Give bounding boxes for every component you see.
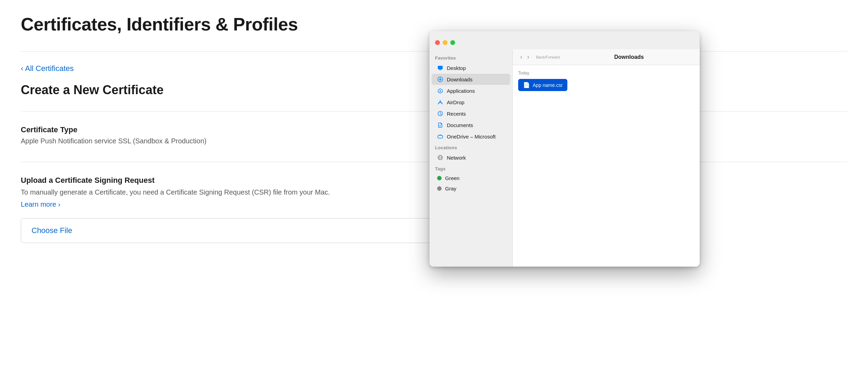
sidebar-item-network[interactable]: Network — [432, 152, 510, 163]
documents-icon — [437, 122, 443, 128]
locations-label: Locations — [429, 142, 512, 152]
tags-label: Tags — [429, 163, 512, 173]
file-icon: 📄 — [523, 82, 530, 88]
sidebar-recents-label: Recents — [447, 111, 466, 117]
svg-rect-1 — [439, 70, 441, 70]
sidebar-network-label: Network — [447, 155, 466, 161]
finder-sidebar: Favorites Desktop — [429, 49, 513, 267]
sidebar-item-recents[interactable]: Recents — [432, 108, 510, 119]
file-name: App name.csr — [533, 82, 563, 88]
back-forward-label: Back/Forward — [536, 55, 560, 59]
tag-item-gray[interactable]: Gray — [432, 184, 510, 194]
svg-point-6 — [440, 100, 441, 102]
sidebar-item-onedrive[interactable]: OneDrive – Microsoft — [432, 131, 510, 142]
minimize-button[interactable] — [443, 40, 448, 45]
sidebar-item-desktop[interactable]: Desktop — [432, 62, 510, 73]
learn-more-link[interactable]: Learn more › — [21, 200, 61, 208]
finder-body: Favorites Desktop — [429, 49, 700, 267]
svg-point-5 — [440, 90, 441, 92]
finder-titlebar — [429, 31, 700, 49]
finder-toolbar: ‹ › Back/Forward Downloads — [513, 49, 700, 65]
sidebar-applications-label: Applications — [447, 88, 475, 94]
sidebar-item-airdrop[interactable]: AirDrop — [432, 97, 510, 108]
svg-rect-0 — [438, 66, 443, 69]
sidebar-desktop-label: Desktop — [447, 65, 466, 71]
gray-tag-dot — [437, 186, 442, 191]
tag-item-green[interactable]: Green — [432, 173, 510, 183]
maximize-button[interactable] — [450, 40, 455, 45]
sidebar-item-downloads[interactable]: Downloads — [432, 74, 510, 85]
tag-gray-label: Gray — [445, 186, 457, 191]
choose-file-button[interactable]: Choose File — [21, 218, 450, 243]
favorites-label: Favorites — [429, 53, 512, 62]
svg-rect-10 — [438, 135, 443, 138]
sidebar-documents-label: Documents — [447, 122, 473, 128]
onedrive-icon — [437, 133, 443, 140]
applications-icon — [437, 88, 443, 94]
network-icon — [437, 154, 443, 161]
today-label: Today — [518, 71, 694, 75]
airdrop-icon — [437, 99, 443, 105]
sidebar-onedrive-label: OneDrive – Microsoft — [447, 134, 496, 140]
window-controls — [435, 40, 455, 45]
back-button[interactable]: ‹ — [518, 53, 524, 61]
finder-main: ‹ › Back/Forward Downloads Today 📄 App n… — [513, 49, 700, 267]
nav-buttons: ‹ › — [518, 53, 531, 61]
downloads-icon — [437, 76, 443, 82]
file-item-csr[interactable]: 📄 App name.csr — [518, 79, 567, 91]
sidebar-item-applications[interactable]: Applications — [432, 85, 510, 96]
finder-content: Today 📄 App name.csr — [513, 65, 700, 267]
tag-green-label: Green — [445, 175, 460, 181]
forward-button[interactable]: › — [525, 53, 531, 61]
recents-icon — [437, 110, 443, 117]
desktop-icon — [437, 65, 443, 71]
sidebar-item-documents[interactable]: Documents — [432, 119, 510, 131]
sidebar-airdrop-label: AirDrop — [447, 99, 464, 105]
sidebar-downloads-label: Downloads — [447, 77, 472, 82]
green-tag-dot — [437, 176, 442, 180]
back-link[interactable]: ‹ All Certificates — [21, 64, 74, 73]
finder-window: Favorites Desktop — [429, 31, 700, 267]
svg-rect-2 — [439, 69, 442, 70]
finder-window-title: Downloads — [564, 54, 694, 60]
close-button[interactable] — [435, 40, 440, 45]
